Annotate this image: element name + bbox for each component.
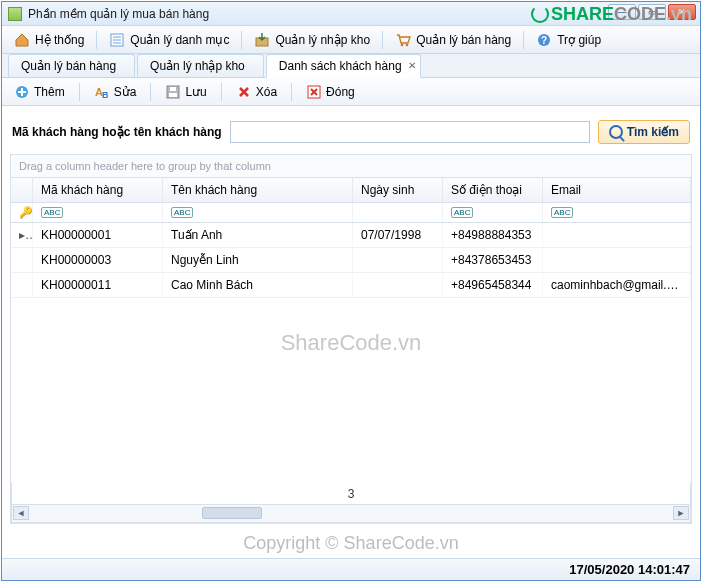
content-area: Mã khách hàng hoặc tên khách hàng Tìm ki…	[2, 106, 700, 558]
svg-point-5	[401, 43, 404, 46]
delete-button[interactable]: Xóa	[230, 81, 283, 103]
close-icon[interactable]: ✕	[408, 60, 416, 71]
col-header-ten[interactable]: Tên khách hàng	[163, 178, 353, 202]
help-icon: ?	[536, 32, 552, 48]
filter-chip-icon: ABC	[171, 207, 193, 218]
separator	[241, 31, 242, 49]
btn-label: Đóng	[326, 85, 355, 99]
filter-chip-icon: ABC	[41, 207, 63, 218]
maximize-button[interactable]: ▭	[638, 4, 666, 20]
scroll-thumb[interactable]	[202, 507, 262, 519]
row-indicator-header	[11, 178, 33, 202]
minimize-button[interactable]: —	[608, 4, 636, 20]
search-label: Mã khách hàng hoặc tên khách hàng	[12, 125, 222, 139]
key-icon: 🔑	[19, 206, 31, 219]
filter-sdt[interactable]: ABC	[443, 203, 543, 222]
table-row[interactable]: KH00000003 Nguyễn Linh +84378653453	[11, 248, 691, 273]
separator	[96, 31, 97, 49]
x-box-icon	[306, 84, 322, 100]
svg-text:B: B	[102, 90, 109, 99]
document-tabs: Quản lý bán hàng Quản lý nhập kho Danh s…	[2, 54, 700, 78]
col-header-ngay[interactable]: Ngày sinh	[353, 178, 443, 202]
center-watermark: ShareCode.vn	[281, 330, 422, 356]
row-marker	[11, 273, 33, 297]
scroll-left-icon[interactable]: ◄	[13, 506, 29, 520]
horizontal-scrollbar[interactable]: ◄ ►	[11, 505, 691, 523]
cell-sdt: +84965458344	[443, 273, 543, 297]
filter-chip-icon: ABC	[551, 207, 573, 218]
menu-catalog[interactable]: Quản lý danh mục	[101, 29, 237, 51]
cart-icon	[395, 32, 411, 48]
close-button[interactable]: Đóng	[300, 81, 361, 103]
status-bar: 17/05/2020 14:01:47	[2, 558, 700, 580]
menu-label: Hệ thống	[35, 33, 84, 47]
filter-email[interactable]: ABC	[543, 203, 691, 222]
group-hint: Drag a column header here to group by th…	[19, 160, 271, 172]
window-close-button[interactable]: ✕	[668, 4, 696, 20]
row-marker	[11, 248, 33, 272]
cell-email: caominhbach@gmail.com	[543, 273, 691, 297]
tab-label: Quản lý bán hàng	[21, 59, 116, 73]
tab-import[interactable]: Quản lý nhập kho	[137, 54, 264, 77]
menu-label: Quản lý bán hàng	[416, 33, 511, 47]
cell-sdt: +84378653453	[443, 248, 543, 272]
home-icon	[14, 32, 30, 48]
status-datetime: 17/05/2020 14:01:47	[569, 562, 690, 577]
cell-ngay	[353, 273, 443, 297]
x-red-icon	[236, 84, 252, 100]
plus-icon	[14, 84, 30, 100]
action-toolbar: Thêm AB Sửa Lưu Xóa Đóng	[2, 78, 700, 106]
window-title: Phần mềm quản lý mua bán hàng	[28, 7, 209, 21]
col-header-ma[interactable]: Mã khách hàng	[33, 178, 163, 202]
menu-system[interactable]: Hệ thống	[6, 29, 92, 51]
btn-label: Lưu	[185, 85, 206, 99]
save-button[interactable]: Lưu	[159, 81, 212, 103]
svg-rect-14	[170, 87, 176, 91]
cell-email	[543, 223, 691, 247]
tab-customers[interactable]: Danh sách khách hàng✕	[266, 54, 421, 78]
filter-ten[interactable]: ABC	[163, 203, 353, 222]
separator	[150, 83, 151, 101]
tab-sales[interactable]: Quản lý bán hàng	[8, 54, 135, 77]
main-menu: Hệ thống Quản lý danh mục Quản lý nhập k…	[2, 26, 700, 54]
scroll-right-icon[interactable]: ►	[673, 506, 689, 520]
table-row[interactable]: ▸ KH00000001 Tuấn Anh 07/07/1998 +849888…	[11, 223, 691, 248]
filter-ngay[interactable]	[353, 203, 443, 222]
cell-sdt: +84988884353	[443, 223, 543, 247]
separator	[221, 83, 222, 101]
search-input[interactable]	[230, 121, 590, 143]
cell-ten: Cao Minh Bách	[163, 273, 353, 297]
menu-sales[interactable]: Quản lý bán hàng	[387, 29, 519, 51]
add-button[interactable]: Thêm	[8, 81, 71, 103]
separator	[382, 31, 383, 49]
btn-label: Sửa	[114, 85, 137, 99]
filter-ma[interactable]: ABC	[33, 203, 163, 222]
list-icon	[109, 32, 125, 48]
menu-import[interactable]: Quản lý nhập kho	[246, 29, 378, 51]
menu-label: Quản lý nhập kho	[275, 33, 370, 47]
app-icon	[8, 7, 22, 21]
group-panel[interactable]: Drag a column header here to group by th…	[10, 154, 692, 178]
table-row[interactable]: KH00000011 Cao Minh Bách +84965458344 ca…	[11, 273, 691, 298]
col-header-email[interactable]: Email	[543, 178, 691, 202]
search-button[interactable]: Tìm kiếm	[598, 120, 690, 144]
tab-label: Quản lý nhập kho	[150, 59, 245, 73]
svg-point-6	[406, 43, 409, 46]
row-marker: ▸	[11, 223, 33, 247]
edit-button[interactable]: AB Sửa	[88, 81, 143, 103]
titlebar: Phần mềm quản lý mua bán hàng — ▭ ✕	[2, 2, 700, 26]
svg-rect-13	[169, 93, 177, 97]
cell-ten: Tuấn Anh	[163, 223, 353, 247]
menu-help[interactable]: ? Trợ giúp	[528, 29, 609, 51]
menu-label: Quản lý danh mục	[130, 33, 229, 47]
disk-icon	[165, 84, 181, 100]
separator	[523, 31, 524, 49]
filter-chip-icon: ABC	[451, 207, 473, 218]
cell-email	[543, 248, 691, 272]
btn-label: Xóa	[256, 85, 277, 99]
col-header-sdt[interactable]: Số điện thoại	[443, 178, 543, 202]
pencil-icon: AB	[94, 84, 110, 100]
cell-ma: KH00000011	[33, 273, 163, 297]
tab-label: Danh sách khách hàng	[279, 59, 402, 73]
svg-text:?: ?	[541, 35, 547, 46]
